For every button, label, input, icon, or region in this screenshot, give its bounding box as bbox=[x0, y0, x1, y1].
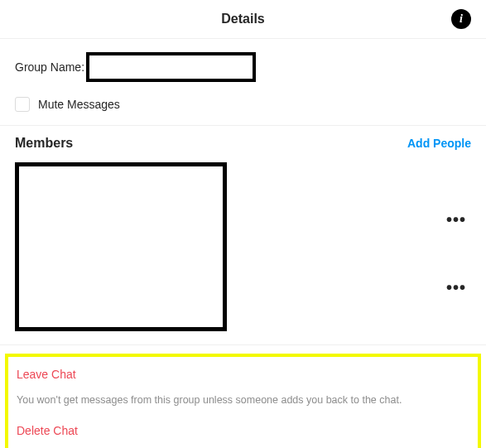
delete-chat-button[interactable]: Delete Chat bbox=[17, 424, 78, 437]
leave-chat-button[interactable]: Leave Chat bbox=[17, 368, 76, 381]
info-icon[interactable]: i bbox=[451, 9, 471, 29]
group-name-label: Group Name: bbox=[15, 60, 84, 74]
members-actions-column: ••• ••• bbox=[227, 162, 471, 331]
danger-zone: Leave Chat You won't get messages from t… bbox=[5, 354, 481, 448]
mute-messages-label[interactable]: Mute Messages bbox=[38, 98, 120, 111]
members-body: ••• ••• bbox=[15, 162, 471, 331]
add-people-button[interactable]: Add People bbox=[407, 137, 471, 150]
group-settings-section: Group Name: Mute Messages bbox=[0, 39, 486, 126]
leave-chat-note: You won't get messages from this group u… bbox=[17, 393, 469, 408]
group-name-input[interactable] bbox=[86, 52, 256, 82]
members-header: Members Add People bbox=[15, 136, 471, 151]
group-name-row: Group Name: bbox=[15, 52, 471, 82]
member-options-icon[interactable]: ••• bbox=[446, 211, 466, 228]
details-header: Details i bbox=[0, 0, 486, 39]
member-options-icon[interactable]: ••• bbox=[446, 279, 466, 296]
members-title: Members bbox=[15, 136, 73, 151]
mute-messages-row: Mute Messages bbox=[15, 97, 471, 112]
page-title: Details bbox=[221, 12, 264, 26]
mute-messages-checkbox[interactable] bbox=[15, 97, 30, 112]
members-section: Members Add People ••• ••• bbox=[0, 126, 486, 345]
members-list-placeholder bbox=[15, 162, 227, 331]
